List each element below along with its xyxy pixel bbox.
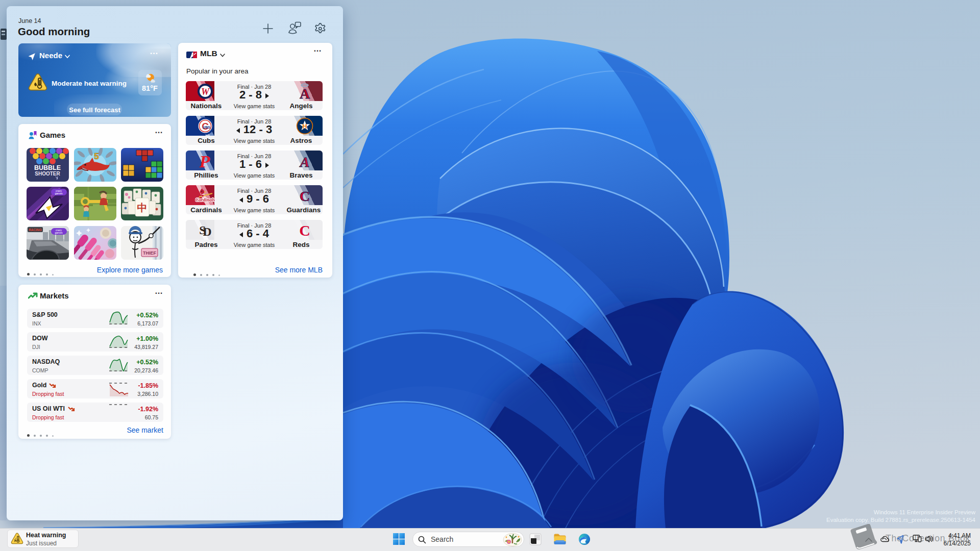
svg-text:THIEF: THIEF <box>143 251 157 256</box>
svg-text:5: 5 <box>94 152 99 161</box>
svg-text:SHOOTER: SHOOTER <box>35 171 60 177</box>
svg-text:BUBBLE: BUBBLE <box>34 164 61 171</box>
svg-text:games: games <box>55 231 63 234</box>
svg-text:RACING: RACING <box>29 228 42 232</box>
svg-text:中: 中 <box>137 202 148 213</box>
svg-text:games: games <box>55 192 63 195</box>
